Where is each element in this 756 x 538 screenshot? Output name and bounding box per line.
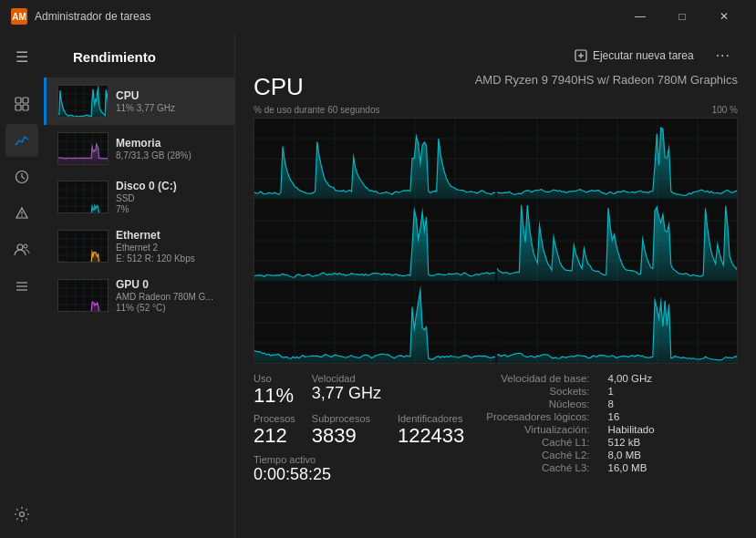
graph-cell-2 bbox=[497, 119, 738, 199]
perf-item-ethernet[interactable]: Ethernet Ethernet 2 E: 512 R: 120 Kbps bbox=[44, 222, 234, 271]
startup-button[interactable] bbox=[5, 197, 38, 230]
panel-toolbar: Rendimiento bbox=[44, 33, 234, 78]
subprocesos-label: Subprocesos bbox=[312, 413, 381, 424]
procesos-value: 212 bbox=[254, 424, 295, 448]
icon-sidebar: ☰ bbox=[0, 33, 44, 538]
spec-table: Velocidad de base:4,00 GHzSockets:1Núcle… bbox=[486, 373, 654, 473]
cpu-model: AMD Ryzen 9 7940HS w/ Radeon 780M Graphi… bbox=[475, 73, 738, 87]
identificadores-stat: Identificadores 122433 bbox=[398, 413, 464, 448]
spec-val: Habilitado bbox=[607, 424, 654, 435]
cpu-mini-graph bbox=[57, 85, 109, 118]
svg-point-8 bbox=[17, 244, 23, 250]
left-panel: Rendimiento CPU 11% 3,77 GHz Me bbox=[44, 33, 235, 538]
memory-item-name: Memoria bbox=[116, 137, 223, 150]
spec-val: 16 bbox=[607, 411, 654, 422]
app-icon: AM bbox=[11, 8, 27, 25]
window-controls: — □ ✕ bbox=[619, 0, 745, 33]
svg-point-13 bbox=[20, 512, 25, 517]
memory-mini-graph bbox=[57, 132, 109, 165]
perf-item-gpu[interactable]: GPU 0 AMD Radeon 780M G... 11% (52 °C) bbox=[44, 271, 234, 320]
gpu-mini-graph bbox=[57, 279, 109, 312]
perf-item-disk[interactable]: Disco 0 (C:) SSD 7% bbox=[44, 172, 234, 222]
identificadores-label: Identificadores bbox=[398, 413, 464, 424]
processes-button[interactable] bbox=[5, 88, 38, 120]
spec-val: 8 bbox=[607, 398, 654, 409]
spec-key: Virtualización: bbox=[486, 424, 589, 435]
spec-val: 8,0 MB bbox=[607, 450, 654, 460]
subprocesos-stat: Subprocesos 3839 bbox=[312, 413, 381, 448]
panel-title: Rendimiento bbox=[58, 38, 171, 72]
app-history-button[interactable] bbox=[5, 160, 38, 193]
graph-max-label: 100 % bbox=[712, 105, 738, 115]
identificadores-value: 122433 bbox=[398, 424, 464, 448]
uso-value: 11% bbox=[254, 384, 295, 408]
spec-key: Caché L3: bbox=[486, 462, 589, 473]
procesos-label: Procesos bbox=[254, 413, 295, 424]
gpu-item-sub1: AMD Radeon 780M G... bbox=[116, 292, 223, 302]
graph-cell-1 bbox=[254, 119, 495, 199]
svg-rect-1 bbox=[23, 98, 28, 103]
disk-item-sub2: 7% bbox=[116, 204, 223, 214]
minimize-button[interactable]: — bbox=[619, 0, 661, 33]
velocidad-value: 3,77 GHz bbox=[312, 384, 381, 404]
ethernet-item-sub2: E: 512 R: 120 Kbps bbox=[116, 253, 223, 264]
close-button[interactable]: ✕ bbox=[703, 0, 745, 33]
svg-rect-3 bbox=[23, 105, 28, 110]
uso-stat: Uso 11% bbox=[254, 373, 295, 408]
ethernet-item-name: Ethernet bbox=[116, 229, 223, 242]
procesos-stat: Procesos 212 bbox=[254, 413, 295, 448]
spec-val: 4,00 GHz bbox=[607, 373, 654, 384]
spec-key: Caché L1: bbox=[486, 437, 589, 448]
performance-list: CPU 11% 3,77 GHz Memoria 8,7/31,3 GB (28… bbox=[44, 78, 234, 538]
spec-val: 1 bbox=[607, 386, 654, 397]
cpu-item-sub: 11% 3,77 GHz bbox=[116, 103, 223, 113]
settings-button[interactable] bbox=[5, 498, 38, 531]
perf-item-cpu[interactable]: CPU 11% 3,77 GHz bbox=[44, 78, 234, 125]
spec-key: Velocidad de base: bbox=[486, 373, 589, 384]
graph-cell-5 bbox=[254, 283, 495, 363]
spec-key: Procesadores lógicos: bbox=[486, 411, 589, 422]
main-layout: ☰ bbox=[0, 33, 756, 538]
disk-mini-graph bbox=[57, 181, 109, 213]
more-options-button[interactable]: ··· bbox=[709, 44, 738, 67]
cpu-title: CPU bbox=[254, 73, 304, 101]
graph-cell-4 bbox=[497, 201, 738, 281]
subprocesos-value: 3839 bbox=[312, 424, 381, 448]
hamburger-menu-button[interactable]: ☰ bbox=[5, 40, 38, 73]
graph-cell-6 bbox=[497, 283, 738, 363]
svg-point-9 bbox=[24, 244, 27, 248]
users-button[interactable] bbox=[5, 233, 38, 266]
tiempo-value: 0:00:58:25 bbox=[254, 465, 381, 485]
uso-label: Uso bbox=[254, 373, 295, 384]
spec-key: Núcleos: bbox=[486, 398, 589, 409]
cpu-graphs-grid bbox=[254, 118, 738, 364]
svg-point-7 bbox=[21, 215, 23, 217]
tiempo-label: Tiempo activo bbox=[254, 454, 381, 465]
velocidad-label: Velocidad bbox=[312, 373, 381, 384]
cpu-header: CPU AMD Ryzen 9 7940HS w/ Radeon 780M Gr… bbox=[254, 73, 738, 101]
svg-rect-2 bbox=[16, 105, 21, 110]
graph-cell-3 bbox=[254, 201, 495, 281]
details-button[interactable] bbox=[5, 270, 38, 303]
window-title: Administrador de tareas bbox=[35, 10, 150, 23]
spec-val: 512 kB bbox=[607, 437, 654, 448]
spec-key: Sockets: bbox=[486, 386, 589, 397]
gpu-item-sub2: 11% (52 °C) bbox=[116, 303, 223, 313]
spec-key: Caché L2: bbox=[486, 450, 589, 460]
maximize-button[interactable]: □ bbox=[661, 0, 703, 33]
gpu-item-name: GPU 0 bbox=[116, 278, 223, 291]
new-task-button[interactable]: Ejecutar nueva tarea bbox=[567, 46, 701, 66]
svg-rect-0 bbox=[16, 98, 21, 103]
perf-item-memory[interactable]: Memoria 8,7/31,3 GB (28%) bbox=[44, 125, 234, 172]
ethernet-mini-graph bbox=[57, 230, 109, 263]
titlebar: AM Administrador de tareas — □ ✕ bbox=[0, 0, 756, 33]
memory-item-sub: 8,7/31,3 GB (28%) bbox=[116, 150, 223, 160]
right-panel: Ejecutar nueva tarea ··· CPU AMD Ryzen 9… bbox=[235, 33, 756, 538]
disk-item-sub1: SSD bbox=[116, 193, 223, 203]
ethernet-item-sub1: Ethernet 2 bbox=[116, 243, 223, 253]
tiempo-stat: Tiempo activo 0:00:58:25 bbox=[254, 454, 381, 485]
performance-button[interactable] bbox=[5, 124, 38, 157]
cpu-item-name: CPU bbox=[116, 89, 223, 102]
disk-item-name: Disco 0 (C:) bbox=[116, 180, 223, 192]
spec-val: 16,0 MB bbox=[607, 462, 654, 473]
